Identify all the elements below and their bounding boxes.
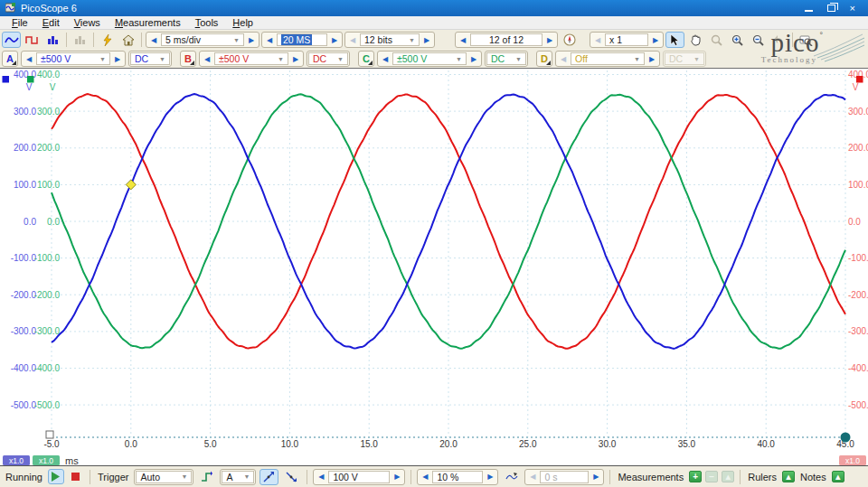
- menu-item-edit[interactable]: Edit: [36, 17, 66, 28]
- normal-selection-tool[interactable]: [665, 32, 684, 48]
- advanced-trigger-button[interactable]: [197, 469, 216, 485]
- axis-marker-c[interactable]: [27, 76, 34, 83]
- trigger-label: Trigger: [96, 472, 130, 482]
- menu-item-file[interactable]: File: [5, 17, 34, 28]
- zoom-prev-icon[interactable]: ◀: [591, 33, 604, 46]
- channel-c-options-button[interactable]: C: [358, 51, 374, 67]
- start-capture-button[interactable]: [48, 469, 64, 484]
- range-prev-icon[interactable]: ◀: [557, 52, 570, 65]
- channel-c-range-select[interactable]: ±500 V▼: [392, 52, 467, 65]
- rising-edge-button[interactable]: [259, 469, 278, 485]
- channel-c-coupling-select[interactable]: DC▼: [486, 52, 526, 65]
- delay-down-icon[interactable]: ◀: [526, 471, 539, 483]
- trigger-mode-select[interactable]: Auto▼: [136, 471, 192, 483]
- range-next-icon[interactable]: ▶: [646, 52, 658, 65]
- samples-prev-icon[interactable]: ◀: [263, 33, 276, 46]
- channel-a-range-select[interactable]: ±500 V▼: [36, 52, 110, 65]
- samples-next-icon[interactable]: ▶: [328, 33, 341, 46]
- resolution-select[interactable]: 12 bits▼: [360, 33, 420, 46]
- window-title: PicoScope 6: [21, 3, 77, 14]
- close-icon[interactable]: ×: [850, 4, 855, 13]
- home-button[interactable]: [118, 32, 137, 48]
- falling-edge-button[interactable]: [282, 469, 301, 485]
- trigger-source-group: A▼: [220, 469, 256, 485]
- channel-b-coupling-select[interactable]: DC▼: [308, 52, 348, 65]
- corner-triangle-icon: [12, 61, 16, 65]
- pico-logo: pico° Technology: [720, 31, 864, 69]
- restore-icon[interactable]: [827, 5, 835, 12]
- y-tick-label: -400.0: [11, 363, 37, 373]
- timebase-prev-icon[interactable]: ◀: [147, 33, 160, 46]
- resolution-prev-icon[interactable]: ◀: [346, 33, 359, 46]
- pretrigger-down-icon[interactable]: ◀: [419, 471, 431, 483]
- menu-item-help[interactable]: Help: [226, 17, 259, 28]
- samples-input[interactable]: 20 MS: [277, 33, 327, 46]
- axis-zoom-label: x1.0: [845, 456, 860, 465]
- pretrigger-input[interactable]: 10 %: [432, 471, 483, 483]
- y-tick-label: 400.0: [37, 70, 60, 80]
- trigger-marker[interactable]: [126, 180, 136, 190]
- chevron-down-icon: ▼: [228, 37, 240, 43]
- add-measurement-button[interactable]: +: [689, 471, 702, 482]
- running-status: Running: [4, 472, 44, 482]
- timebase-next-icon[interactable]: ▶: [245, 33, 258, 46]
- axis-marker-a[interactable]: [3, 76, 10, 83]
- square-wave-mode-button[interactable]: [23, 32, 42, 48]
- range-next-icon[interactable]: ▶: [467, 52, 480, 65]
- hand-tool[interactable]: [686, 32, 705, 48]
- buffer-navigator-button[interactable]: [560, 32, 579, 48]
- zoom-factor[interactable]: x 1: [605, 33, 648, 46]
- chevron-down-icon: ▼: [403, 37, 415, 43]
- level-down-icon[interactable]: ◀: [315, 471, 327, 483]
- set-level-50-button[interactable]: [502, 469, 521, 485]
- channel-b-options-button[interactable]: B: [180, 51, 196, 67]
- channel-a-coupling-select[interactable]: DC▼: [130, 52, 170, 65]
- range-prev-icon[interactable]: ◀: [201, 52, 213, 65]
- menu-item-views[interactable]: Views: [68, 17, 107, 28]
- delay-up-icon[interactable]: ▶: [590, 471, 602, 483]
- range-next-icon[interactable]: ▶: [289, 52, 302, 65]
- edge-trigger-icon: [201, 471, 212, 482]
- capture-start-marker[interactable]: [46, 431, 53, 438]
- minimize-icon[interactable]: [805, 5, 813, 12]
- channel-d-options-button[interactable]: D: [536, 51, 552, 67]
- spectrum-mode-button[interactable]: [43, 32, 62, 48]
- falling-edge-icon: [286, 471, 297, 482]
- notes-label: Notes: [798, 472, 828, 482]
- buffer-next-icon[interactable]: ▶: [543, 33, 556, 46]
- x-tick-label: 5.0: [204, 439, 217, 449]
- y-axis-unit: V: [853, 82, 859, 92]
- timebase-select[interactable]: 5 ms/div▼: [161, 33, 244, 46]
- signal-generator-button[interactable]: [98, 32, 117, 48]
- buffer-prev-icon[interactable]: ◀: [457, 33, 469, 46]
- rulers-button[interactable]: ▴: [782, 471, 795, 482]
- range-prev-icon[interactable]: ◀: [379, 52, 392, 65]
- level-up-icon[interactable]: ▶: [391, 471, 403, 483]
- x-tick-label: 35.0: [678, 439, 696, 449]
- y-tick-label: -300.0: [34, 326, 61, 336]
- menu-item-measurements[interactable]: Measurements: [108, 17, 187, 28]
- zoom-next-icon[interactable]: ▶: [649, 33, 662, 46]
- trigger-source-select[interactable]: A▼: [222, 471, 254, 483]
- title-bar[interactable]: PicoScope 6 ×: [0, 0, 868, 16]
- channel-b-range-select[interactable]: ±500 V▼: [214, 52, 288, 65]
- stop-capture-button[interactable]: [68, 469, 84, 484]
- resolution-next-icon[interactable]: ▶: [420, 33, 433, 46]
- measurements-label: Measurements: [616, 472, 685, 482]
- waveform-plot[interactable]: 400.0300.0200.0100.00.0-100.0-200.0-300.…: [0, 69, 868, 465]
- bar-chart-icon: [46, 34, 61, 45]
- buffer-position[interactable]: 12 of 12: [470, 33, 542, 46]
- menu-item-tools[interactable]: Tools: [189, 17, 225, 28]
- range-prev-icon[interactable]: ◀: [23, 52, 35, 65]
- pretrigger-up-icon[interactable]: ▶: [484, 471, 496, 483]
- notes-button[interactable]: ▴: [832, 471, 844, 482]
- trigger-level-input[interactable]: 100 V: [328, 471, 390, 483]
- channel-d-range-select[interactable]: Off▼: [571, 52, 645, 65]
- axis-marker-b[interactable]: [856, 76, 863, 83]
- channel-a-options-button[interactable]: A: [2, 51, 18, 67]
- logo-wordmark: pico: [770, 28, 819, 57]
- range-next-icon[interactable]: ▶: [111, 52, 124, 65]
- sine-wave-mode-button[interactable]: [2, 32, 21, 48]
- buffer-end-marker[interactable]: [841, 433, 851, 443]
- x-tick-label: -5.0: [43, 439, 60, 449]
